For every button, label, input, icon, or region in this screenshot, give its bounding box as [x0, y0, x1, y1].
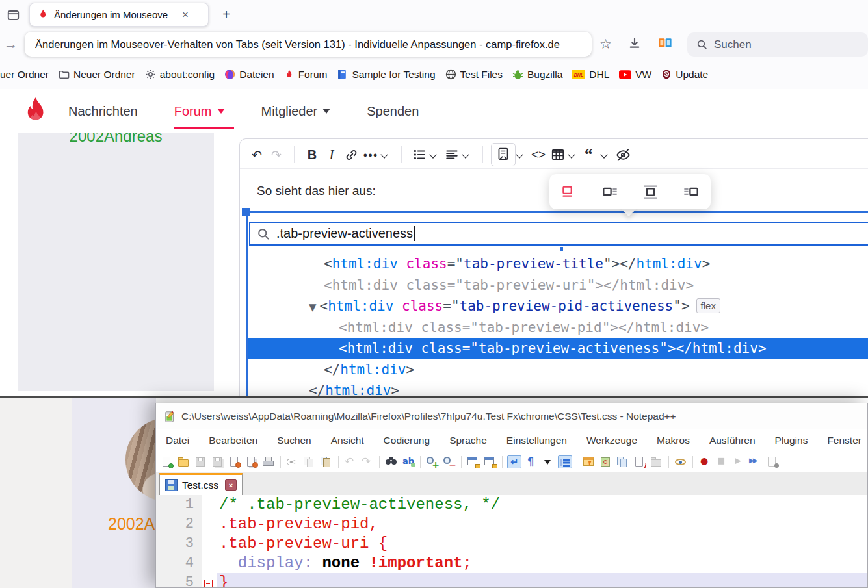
tab-close-icon[interactable]: × — [182, 8, 189, 21]
more-formats-chevron-icon[interactable] — [380, 150, 389, 159]
menu-fenster[interactable]: Fenster — [817, 435, 868, 446]
image-resize-handle[interactable] — [242, 208, 250, 216]
bookmark-star-icon[interactable]: ☆ — [599, 36, 612, 52]
more-formats-button[interactable]: ●●● — [361, 144, 380, 165]
open-file-button[interactable] — [177, 455, 191, 468]
hide-preview-button[interactable] — [613, 144, 633, 165]
new-file-button[interactable] — [160, 455, 174, 468]
macro-run-multiple-button[interactable] — [748, 455, 763, 468]
flex-badge[interactable]: flex — [696, 298, 720, 313]
browser-tab[interactable]: Änderungen im Mouseove × — [29, 3, 209, 27]
menu-plugins[interactable]: Plugins — [765, 435, 818, 446]
sync-vertical-button[interactable] — [466, 455, 480, 468]
undo-button[interactable] — [343, 455, 358, 468]
paste-button[interactable] — [319, 455, 334, 468]
bookmark-bugzilla[interactable]: Bugzilla — [512, 69, 562, 81]
document-monitor-button[interactable] — [674, 455, 688, 468]
bookmark-update[interactable]: Update — [661, 69, 708, 81]
doc-switcher-button[interactable] — [616, 455, 630, 468]
cut-button[interactable] — [285, 455, 300, 468]
image-center-button[interactable] — [639, 181, 661, 203]
list-chevron-icon[interactable] — [429, 150, 438, 159]
align-chevron-icon[interactable] — [462, 150, 471, 159]
macro-record-button[interactable] — [698, 455, 712, 468]
folder-workspace-button[interactable] — [650, 455, 664, 468]
markup-tree-row[interactable]: </html:div> — [248, 380, 868, 396]
search-bar[interactable]: Suchen — [687, 32, 868, 57]
redo-button[interactable] — [360, 455, 375, 468]
bookmark-test-files[interactable]: Test Files — [445, 69, 503, 81]
markup-tree-row[interactable]: <html:div class="tab-preview-activeness"… — [248, 338, 868, 359]
table-chevron-icon[interactable] — [568, 150, 577, 159]
italic-button[interactable]: I — [322, 144, 341, 165]
site-nav-mitglieder[interactable]: Mitglieder — [261, 104, 331, 119]
copy-button[interactable] — [302, 455, 317, 468]
menu-codierung[interactable]: Codierung — [374, 435, 440, 446]
bookmark-about-config[interactable]: about:config — [145, 69, 215, 81]
image-float-left-button[interactable] — [599, 181, 621, 203]
image-align-left-button[interactable] — [559, 181, 581, 203]
macro-stop-button[interactable] — [715, 455, 729, 468]
new-tab-button[interactable]: + — [217, 5, 235, 23]
menu-suchen[interactable]: Suchen — [267, 435, 321, 446]
menu-werkzeuge[interactable]: Werkzeuge — [577, 435, 647, 446]
bookmark-neuer-ordner[interactable]: Neuer Ordner — [59, 69, 135, 81]
menu-ausführen[interactable]: Ausführen — [700, 435, 765, 446]
macro-play-button[interactable] — [731, 455, 746, 468]
print-button[interactable] — [261, 455, 276, 468]
url-bar[interactable]: Änderungen im Mouseover-Verhalten von Ta… — [25, 32, 592, 57]
forward-button[interactable]: → — [4, 36, 18, 52]
menu-makros[interactable]: Makros — [647, 435, 700, 446]
redo-button[interactable]: ↷ — [267, 144, 286, 165]
bold-button[interactable]: B — [302, 144, 322, 165]
menu-bearbeiten[interactable]: Bearbeiten — [199, 435, 267, 446]
close-all-button[interactable] — [244, 455, 259, 468]
embedded-devtools-screenshot[interactable]: .tab-preview-activeness <html:div class=… — [248, 213, 868, 396]
word-wrap-button[interactable] — [507, 455, 521, 468]
bookmark-dateien[interactable]: Dateien — [224, 69, 274, 81]
bookmark-dhl[interactable]: DHLDHL — [572, 69, 609, 81]
site-logo-flame-icon[interactable] — [21, 95, 51, 127]
table-button[interactable] — [548, 144, 568, 165]
code-block-button[interactable] — [491, 143, 516, 166]
menu-sprache[interactable]: Sprache — [440, 435, 497, 446]
quote-chevron-icon[interactable] — [600, 150, 609, 159]
replace-button[interactable] — [401, 455, 415, 468]
bookmark-uer-ordner[interactable]: uer Ordner — [0, 69, 49, 81]
zoom-out-button[interactable] — [442, 455, 456, 468]
list-all-tabs-icon[interactable] — [5, 7, 21, 23]
bookmark-forum[interactable]: Forum — [284, 69, 328, 81]
notepadpp-editor[interactable]: 12345 /* .tab-preview-activeness, */.tab… — [156, 495, 867, 588]
shortcut-mapper-button[interactable] — [582, 455, 596, 468]
quote-button[interactable]: “ — [581, 144, 600, 165]
second-post-author-name[interactable]: 2002A — [108, 515, 156, 533]
tab-close-icon[interactable]: × — [225, 479, 237, 491]
save-button[interactable] — [194, 455, 208, 468]
tab-test-css[interactable]: Test.css × — [159, 473, 243, 495]
site-nav-spenden[interactable]: Spenden — [367, 104, 419, 119]
menu-einstellungen[interactable]: Einstellungen — [497, 435, 577, 446]
fold-collapse-icon[interactable] — [204, 580, 213, 588]
code-block-chevron-icon[interactable] — [516, 150, 525, 159]
inline-code-button[interactable]: <> — [529, 144, 548, 165]
site-nav-forum[interactable]: Forum — [174, 104, 225, 119]
function-list-button[interactable] — [633, 455, 647, 468]
zoom-in-button[interactable] — [425, 455, 440, 468]
markup-tree-row[interactable]: ▼<html:div class="tab-preview-pid-active… — [248, 296, 868, 317]
symbols-dropdown[interactable] — [541, 455, 555, 468]
find-button[interactable] — [384, 455, 399, 468]
close-file-button[interactable] — [228, 455, 242, 468]
fold-margin[interactable] — [202, 495, 217, 588]
undo-button[interactable]: ↶ — [247, 144, 267, 165]
menu-datei[interactable]: Datei — [156, 435, 199, 446]
indent-guide-button[interactable] — [558, 455, 572, 468]
list-button[interactable] — [410, 144, 429, 165]
expand-arrow-icon[interactable]: ▼ — [309, 301, 317, 313]
align-button[interactable] — [442, 144, 462, 165]
link-button[interactable] — [341, 144, 361, 165]
macro-save-button[interactable] — [765, 455, 780, 468]
downloads-icon[interactable] — [628, 37, 641, 50]
extension-icon[interactable] — [658, 36, 672, 50]
menu-ansicht[interactable]: Ansicht — [321, 435, 374, 446]
code-area[interactable]: /* .tab-preview-activeness, */.tab-previ… — [217, 495, 867, 588]
